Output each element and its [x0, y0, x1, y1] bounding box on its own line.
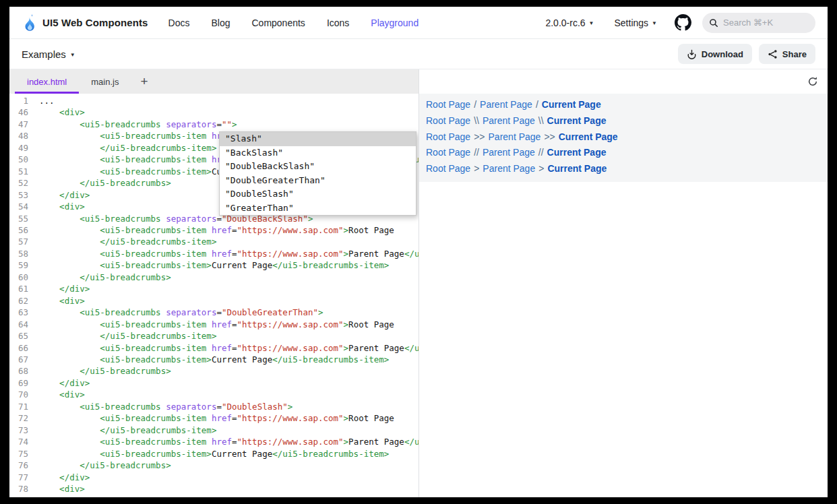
- code-line[interactable]: 72 <ui5-breadcrumbs-item href="https://w…: [9, 412, 418, 424]
- code-text: <div>: [39, 106, 85, 118]
- breadcrumb-link[interactable]: Parent Page: [483, 115, 535, 126]
- line-number: 75: [9, 448, 39, 460]
- breadcrumb: Root Page>Parent Page>Current Page: [426, 161, 821, 177]
- brand-title: UI5 Web Components: [42, 17, 148, 28]
- nav-item-playground[interactable]: Playground: [371, 18, 418, 28]
- breadcrumb-link[interactable]: Root Page: [426, 147, 470, 158]
- code-line[interactable]: 61 </div>: [9, 283, 418, 294]
- autocomplete-option[interactable]: "Slash": [220, 132, 416, 146]
- code-line[interactable]: 67 <ui5-breadcrumbs-item>Current Page</u…: [9, 354, 418, 365]
- breadcrumb-link[interactable]: Parent Page: [483, 163, 535, 174]
- code-line[interactable]: 46 <div>: [9, 106, 418, 118]
- breadcrumb-link[interactable]: Root Page: [426, 163, 470, 174]
- brand[interactable]: UI5 Web Components: [22, 13, 148, 32]
- code-line[interactable]: 65 </ui5-breadcrumbs-item>: [9, 330, 418, 342]
- breadcrumb-link[interactable]: Parent Page: [483, 147, 535, 158]
- code-line[interactable]: 76 </ui5-breadcrumbs>: [9, 460, 418, 471]
- breadcrumb-link[interactable]: Parent Page: [489, 131, 541, 142]
- preview-output: Root Page/Parent Page/Current PageRoot P…: [419, 94, 828, 182]
- code-text: <ui5-breadcrumbs-item href="https://www.…: [39, 342, 418, 354]
- share-button[interactable]: Share: [759, 44, 815, 64]
- code-line[interactable]: 60 </ui5-breadcrumbs>: [9, 272, 418, 283]
- code-line[interactable]: 68 </ui5-breadcrumbs>: [9, 365, 418, 377]
- line-number: 62: [9, 295, 39, 307]
- refresh-button[interactable]: [807, 76, 818, 87]
- nav-item-blog[interactable]: Blog: [211, 18, 230, 28]
- line-number: 49: [9, 142, 39, 154]
- code-line[interactable]: 56 <ui5-breadcrumbs-item href="https://w…: [9, 224, 418, 236]
- nav-item-icons[interactable]: Icons: [327, 18, 349, 28]
- version-menu[interactable]: 2.0.0-rc.6 ▼: [545, 18, 594, 28]
- line-number: 50: [9, 154, 39, 165]
- breadcrumb-link[interactable]: Root Page: [426, 115, 470, 126]
- autocomplete-option[interactable]: "GreaterThan": [220, 201, 416, 216]
- download-icon: [687, 49, 697, 59]
- code-line[interactable]: 47 <ui5-breadcrumbs separators="">: [9, 119, 418, 130]
- line-number: 73: [9, 424, 39, 436]
- line-number: 66: [9, 342, 39, 354]
- code-line[interactable]: 62 <div>: [9, 295, 418, 307]
- code-text: <ui5-breadcrumbs-item href="https://www.…: [39, 248, 418, 259]
- breadcrumb-link[interactable]: Root Page: [426, 131, 470, 142]
- examples-dropdown[interactable]: Examples ▼: [22, 49, 75, 60]
- line-number: 56: [9, 224, 39, 236]
- line-number: 51: [9, 166, 39, 177]
- code-text: </ui5-breadcrumbs-item>: [39, 142, 216, 154]
- breadcrumb-separator: /: [474, 99, 476, 110]
- code-editor-panel: index.htmlmain.js+ "Slash""BackSlash""Do…: [9, 69, 419, 497]
- line-number: 76: [9, 460, 39, 471]
- line-number: 57: [9, 236, 39, 247]
- github-link[interactable]: [675, 14, 691, 31]
- chevron-down-icon: ▼: [589, 20, 594, 26]
- code-line[interactable]: 64 <ui5-breadcrumbs-item href="https://w…: [9, 319, 418, 330]
- code-line[interactable]: 70 <div>: [9, 389, 418, 400]
- breadcrumb: Root Page//Parent Page//Current Page: [426, 145, 821, 161]
- line-number: 69: [9, 377, 39, 389]
- code-line[interactable]: 78 <div>: [9, 483, 418, 495]
- main-nav: DocsBlogComponentsIconsPlayground: [168, 18, 419, 28]
- line-number: 46: [9, 106, 39, 118]
- tab-index-html[interactable]: index.html: [15, 69, 79, 94]
- code-line[interactable]: 66 <ui5-breadcrumbs-item href="https://w…: [9, 342, 418, 354]
- top-navbar: UI5 Web Components DocsBlogComponentsIco…: [9, 7, 828, 39]
- code-line[interactable]: 73 </ui5-breadcrumbs-item>: [9, 424, 418, 436]
- nav-item-components[interactable]: Components: [251, 18, 305, 28]
- breadcrumb: Root Page\\Parent Page\\Current Page: [426, 113, 821, 129]
- line-number: 61: [9, 283, 39, 294]
- ui5-flame-logo-icon: [22, 13, 37, 32]
- code-line[interactable]: 58 <ui5-breadcrumbs-item href="https://w…: [9, 248, 418, 259]
- breadcrumb: Root Page/Parent Page/Current Page: [426, 97, 821, 113]
- line-number: 78: [9, 483, 39, 495]
- code-line[interactable]: 69 </div>: [9, 377, 418, 389]
- autocomplete-option[interactable]: "BackSlash": [220, 146, 416, 160]
- code-line[interactable]: 57 </ui5-breadcrumbs-item>: [9, 236, 418, 247]
- search-box[interactable]: [702, 13, 815, 33]
- code-line[interactable]: 77 </div>: [9, 472, 418, 483]
- nav-item-docs[interactable]: Docs: [168, 18, 190, 28]
- autocomplete-option[interactable]: "DoubleBackSlash": [220, 160, 416, 174]
- autocomplete-option[interactable]: "DoubleSlash": [220, 187, 416, 201]
- settings-menu[interactable]: Settings ▼: [614, 18, 657, 28]
- code-text: <ui5-breadcrumbs-item href="https://www.…: [39, 436, 418, 447]
- search-input[interactable]: [723, 18, 804, 28]
- code-text: <ui5-breadcrumbs-item>Current Page</ui5-…: [39, 259, 389, 271]
- breadcrumb-link[interactable]: Parent Page: [480, 99, 532, 110]
- code-line[interactable]: 1...: [9, 95, 418, 106]
- code-line[interactable]: 71 <ui5-breadcrumbs separators="DoubleSl…: [9, 401, 418, 412]
- breadcrumb-link[interactable]: Root Page: [426, 99, 470, 110]
- chevron-down-icon: ▼: [70, 52, 75, 58]
- code-area[interactable]: "Slash""BackSlash""DoubleBackSlash""Doub…: [9, 94, 418, 497]
- line-number: 63: [9, 307, 39, 318]
- code-line[interactable]: 59 <ui5-breadcrumbs-item>Current Page</u…: [9, 259, 418, 271]
- breadcrumb-separator: >>: [474, 131, 485, 142]
- line-number: 65: [9, 330, 39, 342]
- line-number: 72: [9, 412, 39, 424]
- code-text: <ui5-breadcrumbs-item>Current Page</ui5-…: [39, 354, 389, 365]
- download-button[interactable]: Download: [678, 44, 752, 64]
- autocomplete-option[interactable]: "DoubleGreaterThan": [220, 174, 416, 188]
- code-line[interactable]: 74 <ui5-breadcrumbs-item href="https://w…: [9, 436, 418, 447]
- code-line[interactable]: 63 <ui5-breadcrumbs separators="DoubleGr…: [9, 307, 418, 318]
- code-line[interactable]: 75 <ui5-breadcrumbs-item>Current Page</u…: [9, 448, 418, 460]
- add-tab-button[interactable]: +: [131, 69, 157, 94]
- tab-main-js[interactable]: main.js: [79, 69, 131, 94]
